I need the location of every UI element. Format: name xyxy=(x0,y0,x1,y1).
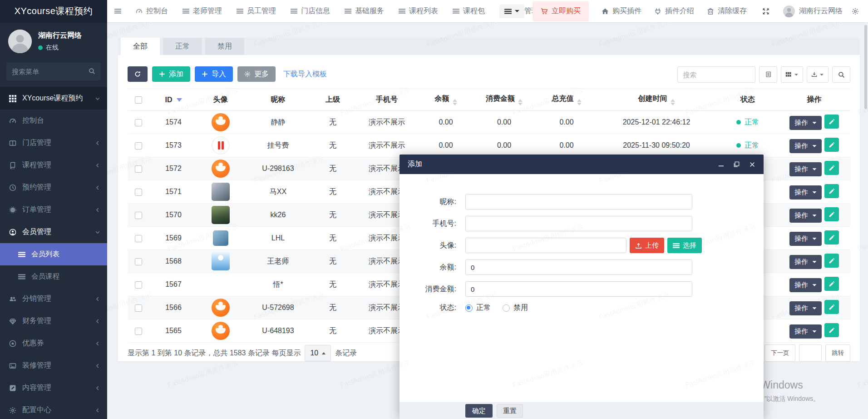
row-edit-button[interactable] xyxy=(824,323,839,337)
column-header-手机号[interactable]: 手机号 xyxy=(353,89,421,111)
row-edit-button[interactable] xyxy=(824,138,839,152)
sidebar-item-课程管理[interactable]: 课程管理 xyxy=(0,154,107,176)
sidebar-item-配置中心[interactable]: 配置中心 xyxy=(0,399,107,419)
tab-全部[interactable]: 全部 xyxy=(121,38,160,55)
sidebar-item-预约管理[interactable]: 预约管理 xyxy=(0,176,107,199)
radio-normal[interactable]: 正常 xyxy=(465,303,491,313)
row-edit-button[interactable] xyxy=(824,300,839,314)
refresh-button[interactable] xyxy=(128,66,148,82)
page-size-dropdown[interactable]: 10 xyxy=(305,345,331,361)
sidebar-item-内容管理[interactable]: 内容管理 xyxy=(0,377,107,399)
radio-disabled-input[interactable] xyxy=(503,304,510,312)
column-header-状态[interactable]: 状态 xyxy=(717,89,778,111)
row-edit-button[interactable] xyxy=(824,115,839,129)
nav-item-老师管理[interactable]: 老师管理 xyxy=(175,0,229,22)
row-edit-button[interactable] xyxy=(824,230,839,244)
reset-button[interactable]: 重置 xyxy=(497,404,523,418)
row-checkbox[interactable] xyxy=(135,258,142,265)
download-template-link[interactable]: 下载导入模板 xyxy=(283,70,327,79)
upload-button[interactable]: 上传 xyxy=(630,238,664,253)
nav-item-购买插件[interactable]: 购买插件 xyxy=(595,0,648,22)
column-header-昵称[interactable]: 昵称 xyxy=(243,89,313,111)
balance-field[interactable] xyxy=(465,259,692,275)
detail-view-button[interactable] xyxy=(759,66,777,83)
column-header-余额[interactable]: 余额 xyxy=(421,89,471,111)
row-checkbox[interactable] xyxy=(135,328,142,335)
confirm-button[interactable]: 确定 xyxy=(465,404,493,418)
sidebar-item-分销管理[interactable]: 分销管理 xyxy=(0,288,107,310)
tab-禁用[interactable]: 禁用 xyxy=(205,38,244,55)
nav-item-门店信息[interactable]: 门店信息 xyxy=(283,0,337,22)
row-action-dropdown[interactable]: 操作 xyxy=(789,162,822,176)
row-action-dropdown[interactable]: 操作 xyxy=(789,324,822,339)
row-action-dropdown[interactable]: 操作 xyxy=(789,139,822,153)
toggle-search-button[interactable] xyxy=(832,66,850,83)
radio-disabled[interactable]: 禁用 xyxy=(503,303,528,313)
row-edit-button[interactable] xyxy=(824,207,839,221)
buy-now-button[interactable]: 立即购买 xyxy=(533,1,589,21)
nav-item-员工管理[interactable]: 员工管理 xyxy=(229,0,283,22)
maximize-icon[interactable] xyxy=(733,161,740,168)
add-button[interactable]: 添加 xyxy=(152,66,190,82)
phone-field[interactable] xyxy=(465,216,692,231)
row-action-dropdown[interactable]: 操作 xyxy=(789,232,822,246)
row-edit-button[interactable] xyxy=(824,254,839,268)
row-checkbox[interactable] xyxy=(135,165,142,173)
tab-正常[interactable]: 正常 xyxy=(163,38,202,55)
row-checkbox[interactable] xyxy=(135,235,142,242)
next-page-button[interactable]: 下一页 xyxy=(764,344,795,362)
select-all-checkbox[interactable] xyxy=(135,96,142,104)
columns-button[interactable] xyxy=(781,66,803,83)
row-edit-button[interactable] xyxy=(824,161,839,175)
column-header-总充值[interactable]: 总充值 xyxy=(538,89,596,111)
sidebar-item-门店管理[interactable]: 门店管理 xyxy=(0,132,107,154)
row-checkbox[interactable] xyxy=(135,189,142,196)
sidebar-item-装修管理[interactable]: 装修管理 xyxy=(0,354,107,377)
row-edit-button[interactable] xyxy=(824,277,839,291)
sidebar-item-会员管理[interactable]: 会员管理 xyxy=(0,221,107,243)
nav-item-基础服务[interactable]: 基础服务 xyxy=(337,0,391,22)
more-button[interactable]: 更多 xyxy=(237,66,276,82)
sidebar-subitem-会员课程[interactable]: 会员课程 xyxy=(0,265,107,288)
row-checkbox[interactable] xyxy=(135,142,142,150)
row-checkbox[interactable] xyxy=(135,212,142,219)
menu-search-input[interactable] xyxy=(6,62,101,80)
import-button[interactable]: 导入 xyxy=(195,66,233,82)
sidebar-subitem-会员列表[interactable]: 会员列表 xyxy=(0,243,107,265)
row-action-dropdown[interactable]: 操作 xyxy=(789,116,822,130)
sidebar-item-财务管理[interactable]: 财务管理 xyxy=(0,310,107,332)
nav-item-课程包[interactable]: 课程包 xyxy=(445,0,492,22)
row-checkbox[interactable] xyxy=(135,281,142,289)
column-header-消费金额[interactable]: 消费金额 xyxy=(471,89,538,111)
column-header-上级[interactable]: 上级 xyxy=(313,89,353,111)
nickname-field[interactable] xyxy=(465,194,692,210)
nav-more-dropdown[interactable] xyxy=(499,5,524,18)
row-action-dropdown[interactable]: 操作 xyxy=(789,255,822,269)
column-header-头像[interactable]: 头像 xyxy=(197,89,243,111)
row-action-dropdown[interactable]: 操作 xyxy=(789,185,822,200)
table-search-input[interactable] xyxy=(677,66,755,83)
nav-item-控制台[interactable]: 控制台 xyxy=(128,0,175,22)
page-jump-input[interactable] xyxy=(799,344,822,362)
export-button[interactable] xyxy=(807,66,829,83)
choose-button[interactable]: 选择 xyxy=(667,238,702,253)
nav-item-清除缓存[interactable]: 清除缓存 xyxy=(700,0,753,22)
sidebar-item-优惠券[interactable]: 优惠券 xyxy=(0,332,107,354)
close-icon[interactable] xyxy=(749,161,755,168)
user-menu[interactable]: 湖南行云网络 xyxy=(779,5,847,17)
sidebar-toggle-button[interactable] xyxy=(107,0,128,22)
sidebar-item-XYcourse课程预约[interactable]: XYcourse课程预约 xyxy=(0,87,107,110)
column-header-创建时间[interactable]: 创建时间 xyxy=(596,89,717,111)
sidebar-item-控制台[interactable]: 控制台 xyxy=(0,110,107,132)
sidebar-item-订单管理[interactable]: 订单管理 xyxy=(0,199,107,221)
settings-button[interactable] xyxy=(850,0,861,22)
column-header-ID[interactable]: ID xyxy=(149,89,197,111)
row-action-dropdown[interactable]: 操作 xyxy=(789,209,822,223)
row-checkbox[interactable] xyxy=(135,304,142,312)
fullscreen-button[interactable] xyxy=(756,0,776,22)
nav-item-插件介绍[interactable]: 插件介绍 xyxy=(648,0,700,22)
nav-item-课程列表[interactable]: 课程列表 xyxy=(391,0,445,22)
avatar-field[interactable] xyxy=(465,238,626,253)
page-scrollbar[interactable] xyxy=(864,25,867,109)
row-action-dropdown[interactable]: 操作 xyxy=(789,278,822,292)
